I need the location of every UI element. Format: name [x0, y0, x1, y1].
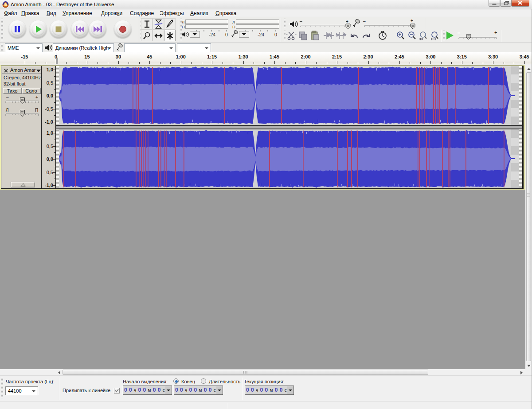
svg-text:0: 0 [274, 32, 277, 37]
svg-text:Л: Л [232, 19, 235, 24]
svg-text:–: – [300, 19, 302, 23]
svg-text:+: + [35, 95, 38, 100]
svg-text:-24: -24 [258, 32, 264, 37]
svg-text:+: + [346, 19, 348, 24]
svg-text:–: – [458, 30, 460, 35]
svg-text:-24: -24 [209, 32, 215, 37]
svg-text:Л: Л [182, 19, 184, 24]
svg-text:+: + [494, 30, 497, 35]
svg-text:0: 0 [225, 32, 228, 37]
svg-text:+: + [411, 18, 413, 23]
svg-text:–: – [6, 95, 9, 100]
svg-text:–: – [363, 19, 366, 23]
svg-text:П: П [182, 24, 185, 29]
svg-text:Л: Л [6, 108, 9, 113]
svg-text:П: П [35, 108, 38, 113]
svg-text:П: П [232, 24, 235, 29]
